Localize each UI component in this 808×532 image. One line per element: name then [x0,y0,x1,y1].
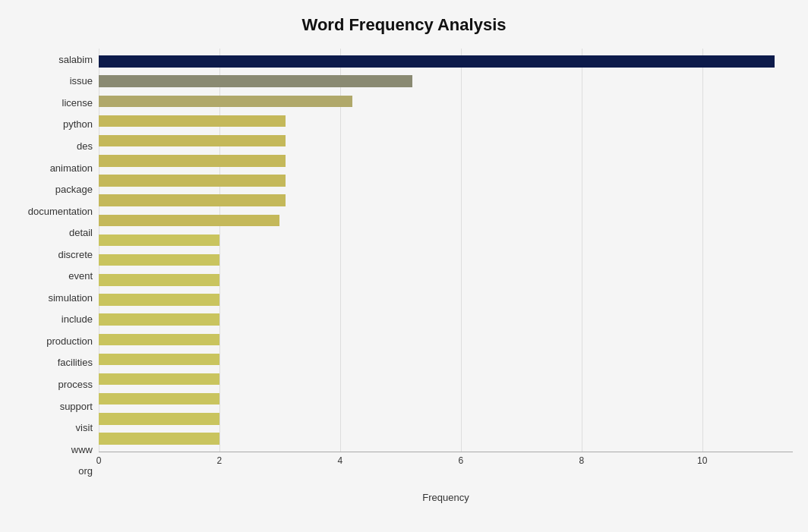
bar-row [99,250,793,270]
x-tick-label: 2 [217,455,223,466]
bar-row [99,429,793,449]
bar [99,274,219,286]
bar-row [99,190,793,210]
bar [99,215,279,227]
chart-area: salabimissuelicensepythondesanimationpac… [15,49,793,482]
y-label: simulation [48,293,93,303]
bar-row [99,290,793,310]
y-label: discrete [58,250,93,260]
x-tick-label: 4 [338,455,343,466]
x-tick-label: 6 [459,455,464,466]
x-axis-title: Frequency [99,492,793,503]
y-label: facilities [58,357,93,367]
y-label: python [63,119,93,129]
bar-row [99,349,793,369]
y-label: visit [76,423,93,433]
bar-row [99,171,793,190]
bar [99,175,286,187]
y-label: des [77,141,93,151]
x-axis: 0246810 Frequency [99,452,793,482]
bar [99,373,219,386]
bar [99,55,775,68]
bar-row [99,131,793,151]
y-labels: salabimissuelicensepythondesanimationpac… [15,49,99,482]
y-label: issue [70,76,93,86]
bar [99,115,286,127]
x-tick-label: 8 [579,455,584,466]
bar [99,75,412,87]
y-label: production [46,336,93,346]
bar-row [99,270,793,290]
y-label: license [62,98,93,108]
y-label: detail [69,228,93,238]
bar [99,96,352,108]
bar-row [99,111,793,131]
bar-row [99,151,793,171]
y-label: include [62,314,93,324]
y-label: package [55,184,93,194]
bar-row [99,329,793,349]
bar [99,354,219,366]
bar [99,194,286,206]
y-label: salabim [58,55,93,65]
bar-row [99,230,793,250]
bar [99,313,219,326]
bar-row [99,310,793,329]
y-label: event [68,271,93,281]
bar-row [99,370,793,389]
bar-row [99,409,793,429]
bar [99,433,219,445]
bar [99,413,219,425]
y-label: animation [50,163,93,173]
bars-region [99,49,793,452]
bar-row [99,71,793,91]
chart-container: Word Frequency Analysis salabimissuelice… [0,0,808,532]
bar-row [99,210,793,230]
y-label: org [78,466,93,476]
bar [99,334,219,346]
bar [99,393,219,405]
bar-row [99,389,793,409]
x-tick-label: 0 [96,455,102,466]
chart-title: Word Frequency Analysis [15,15,793,35]
bar [99,294,219,306]
bars-and-x: 0246810 Frequency [99,49,793,482]
bar-row [99,52,793,71]
y-label: process [58,379,93,389]
y-label: documentation [28,206,93,216]
y-label: www [71,445,93,455]
bar [99,135,286,147]
y-label: support [60,401,93,411]
bar [99,254,219,266]
bar [99,155,286,167]
x-tick-label: 10 [697,455,707,466]
bars-list [99,49,793,452]
bar [99,235,219,247]
bar-row [99,91,793,111]
